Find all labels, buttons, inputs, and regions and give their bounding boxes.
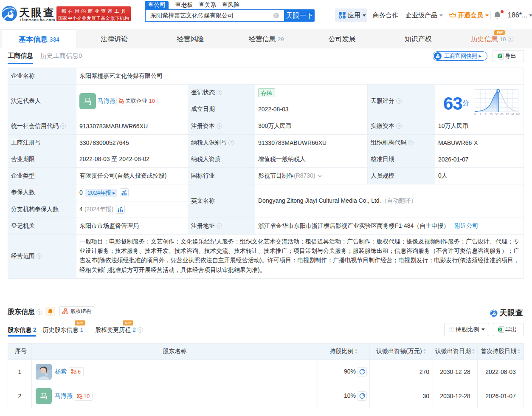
svg-text:X: X xyxy=(499,328,501,331)
svg-text:3: 3 xyxy=(485,113,487,116)
svg-text:50: 50 xyxy=(495,113,498,116)
svg-text:X: X xyxy=(498,54,501,58)
svg-text:1: 1 xyxy=(480,113,481,116)
svg-text:100: 100 xyxy=(516,113,521,116)
svg-text:97: 97 xyxy=(506,113,509,116)
svg-text:0: 0 xyxy=(474,113,476,116)
svg-text:85: 85 xyxy=(501,113,504,116)
svg-text:15: 15 xyxy=(490,113,493,116)
svg-text:99: 99 xyxy=(511,113,514,116)
